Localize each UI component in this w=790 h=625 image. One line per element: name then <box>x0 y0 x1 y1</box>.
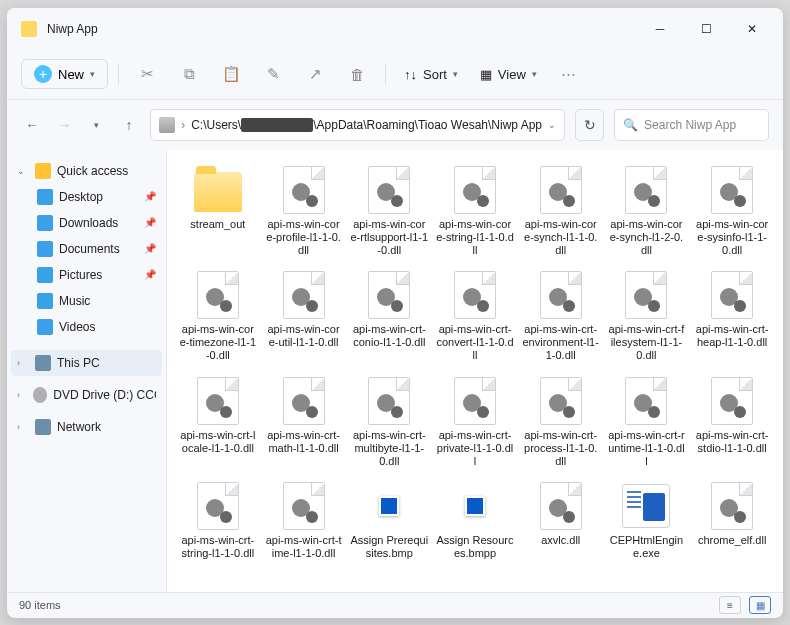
sidebar-item-desktop[interactable]: Desktop 📌 <box>7 184 166 210</box>
file-item[interactable]: api-ms-win-core-profile-l1-1-0.dll <box>263 162 345 262</box>
dll-icon <box>368 377 410 425</box>
file-label: api-ms-win-crt-stdio-l1-1-0.dll <box>693 429 771 455</box>
view-button[interactable]: ▦ View ▾ <box>472 67 545 82</box>
file-list[interactable]: stream_outapi-ms-win-core-profile-l1-1-0… <box>167 150 783 592</box>
file-label: api-ms-win-core-util-l1-1-0.dll <box>265 323 343 349</box>
sidebar-item-pictures[interactable]: Pictures 📌 <box>7 262 166 288</box>
dll-icon <box>368 166 410 214</box>
file-item[interactable]: api-ms-win-crt-math-l1-1-0.dll <box>263 373 345 473</box>
recent-button[interactable]: ▾ <box>86 120 108 130</box>
file-item[interactable]: api-ms-win-crt-time-l1-1-0.dll <box>263 478 345 564</box>
dll-icon <box>197 271 239 319</box>
explorer-window: Niwp App ─ ☐ ✕ + New ▾ ✂ ⧉ 📋 ✎ ↗ 🗑 ↑↓ So… <box>7 8 783 618</box>
file-item[interactable]: Assign Prerequisites.bmp <box>348 478 430 564</box>
search-icon: 🔍 <box>623 118 638 132</box>
file-label: api-ms-win-crt-locale-l1-1-0.dll <box>179 429 257 455</box>
file-item[interactable]: CEPHtmlEngine.exe <box>606 478 688 564</box>
sidebar-item-downloads[interactable]: Downloads 📌 <box>7 210 166 236</box>
toolbar: + New ▾ ✂ ⧉ 📋 ✎ ↗ 🗑 ↑↓ Sort ▾ ▦ View ▾ ⋯ <box>7 50 783 100</box>
folder-icon <box>194 172 242 212</box>
pin-icon: 📌 <box>144 191 156 202</box>
chevron-down-icon[interactable]: ⌄ <box>548 120 556 130</box>
separator <box>385 63 386 85</box>
file-item[interactable]: api-ms-win-core-rtlsupport-l1-1-0.dll <box>348 162 430 262</box>
file-item[interactable]: chrome_elf.dll <box>691 478 773 564</box>
file-item[interactable]: api-ms-win-crt-conio-l1-1-0.dll <box>348 267 430 367</box>
item-count: 90 items <box>19 599 61 611</box>
file-label: api-ms-win-crt-math-l1-1-0.dll <box>265 429 343 455</box>
sort-button[interactable]: ↑↓ Sort ▾ <box>396 67 466 82</box>
file-item[interactable]: api-ms-win-crt-filesystem-l1-1-0.dll <box>606 267 688 367</box>
paste-icon[interactable]: 📋 <box>213 57 249 91</box>
file-item[interactable]: api-ms-win-core-synch-l1-1-0.dll <box>520 162 602 262</box>
file-item[interactable]: api-ms-win-crt-convert-l1-1-0.dll <box>434 267 516 367</box>
file-item[interactable]: api-ms-win-crt-stdio-l1-1-0.dll <box>691 373 773 473</box>
refresh-button[interactable]: ↻ <box>575 109 604 141</box>
file-item[interactable]: api-ms-win-core-string-l1-1-0.dll <box>434 162 516 262</box>
new-button[interactable]: + New ▾ <box>21 59 108 89</box>
label: Videos <box>59 320 95 334</box>
file-item[interactable]: api-ms-win-core-sysinfo-l1-1-0.dll <box>691 162 773 262</box>
forward-button[interactable]: → <box>53 117 75 133</box>
copy-icon[interactable]: ⧉ <box>171 57 207 91</box>
sidebar-item-quick-access[interactable]: ⌄ Quick access <box>7 158 166 184</box>
sidebar-item-dvd[interactable]: › DVD Drive (D:) CCCO <box>7 382 166 408</box>
titlebar[interactable]: Niwp App ─ ☐ ✕ <box>7 8 783 50</box>
share-icon[interactable]: ↗ <box>297 57 333 91</box>
back-button[interactable]: ← <box>21 117 43 133</box>
label: Music <box>59 294 90 308</box>
cut-icon[interactable]: ✂ <box>129 57 165 91</box>
file-label: api-ms-win-core-synch-l1-1-0.dll <box>522 218 600 258</box>
minimize-button[interactable]: ─ <box>637 13 683 45</box>
search-placeholder: Search Niwp App <box>644 118 736 132</box>
address-path: C:\Users\████████\AppData\Roaming\Tioao … <box>191 118 542 132</box>
file-item[interactable]: api-ms-win-core-util-l1-1-0.dll <box>263 267 345 367</box>
file-item[interactable]: api-ms-win-crt-process-l1-1-0.dll <box>520 373 602 473</box>
sidebar-item-documents[interactable]: Documents 📌 <box>7 236 166 262</box>
sidebar-item-this-pc[interactable]: › This PC <box>11 350 162 376</box>
dll-icon <box>368 271 410 319</box>
file-label: api-ms-win-core-sysinfo-l1-1-0.dll <box>693 218 771 258</box>
file-item[interactable]: api-ms-win-core-synch-l1-2-0.dll <box>606 162 688 262</box>
file-item[interactable]: api-ms-win-core-timezone-l1-1-0.dll <box>177 267 259 367</box>
drive-icon <box>159 117 175 133</box>
file-item[interactable]: api-ms-win-crt-locale-l1-1-0.dll <box>177 373 259 473</box>
chevron-down-icon: ⌄ <box>17 166 29 176</box>
file-item[interactable]: axvlc.dll <box>520 478 602 564</box>
file-item[interactable]: api-ms-win-crt-multibyte-l1-1-0.dll <box>348 373 430 473</box>
file-item[interactable]: api-ms-win-crt-runtime-l1-1-0.dll <box>606 373 688 473</box>
details-view-button[interactable]: ≡ <box>719 596 741 614</box>
pin-icon: 📌 <box>144 269 156 280</box>
file-label: api-ms-win-core-string-l1-1-0.dll <box>436 218 514 258</box>
dll-icon <box>283 482 325 530</box>
file-item[interactable]: api-ms-win-crt-string-l1-1-0.dll <box>177 478 259 564</box>
icons-view-button[interactable]: ▦ <box>749 596 771 614</box>
sidebar-item-network[interactable]: › Network <box>7 414 166 440</box>
file-label: api-ms-win-crt-environment-l1-1-0.dll <box>522 323 600 363</box>
chevron-down-icon: ▾ <box>532 69 537 79</box>
sidebar-item-videos[interactable]: Videos <box>7 314 166 340</box>
search-input[interactable]: 🔍 Search Niwp App <box>614 109 769 141</box>
more-icon[interactable]: ⋯ <box>551 57 587 91</box>
address-bar[interactable]: › C:\Users\████████\AppData\Roaming\Tioa… <box>150 109 565 141</box>
file-item[interactable]: api-ms-win-crt-environment-l1-1-0.dll <box>520 267 602 367</box>
sidebar-item-music[interactable]: Music <box>7 288 166 314</box>
up-button[interactable]: ↑ <box>118 117 140 133</box>
dll-icon <box>454 271 496 319</box>
close-button[interactable]: ✕ <box>729 13 775 45</box>
file-label: api-ms-win-crt-convert-l1-1-0.dll <box>436 323 514 363</box>
file-item[interactable]: api-ms-win-crt-heap-l1-1-0.dll <box>691 267 773 367</box>
maximize-button[interactable]: ☐ <box>683 13 729 45</box>
file-item[interactable]: api-ms-win-crt-private-l1-1-0.dll <box>434 373 516 473</box>
file-label: Assign Prerequisites.bmp <box>350 534 428 560</box>
label: DVD Drive (D:) CCCO <box>53 388 156 402</box>
dll-icon <box>540 166 582 214</box>
label: Desktop <box>59 190 103 204</box>
delete-icon[interactable]: 🗑 <box>339 57 375 91</box>
file-label: api-ms-win-core-timezone-l1-1-0.dll <box>179 323 257 363</box>
rename-icon[interactable]: ✎ <box>255 57 291 91</box>
dll-icon <box>625 271 667 319</box>
file-item[interactable]: Assign Resources.bmpp <box>434 478 516 564</box>
file-item[interactable]: stream_out <box>177 162 259 262</box>
file-label: api-ms-win-core-rtlsupport-l1-1-0.dll <box>350 218 428 258</box>
